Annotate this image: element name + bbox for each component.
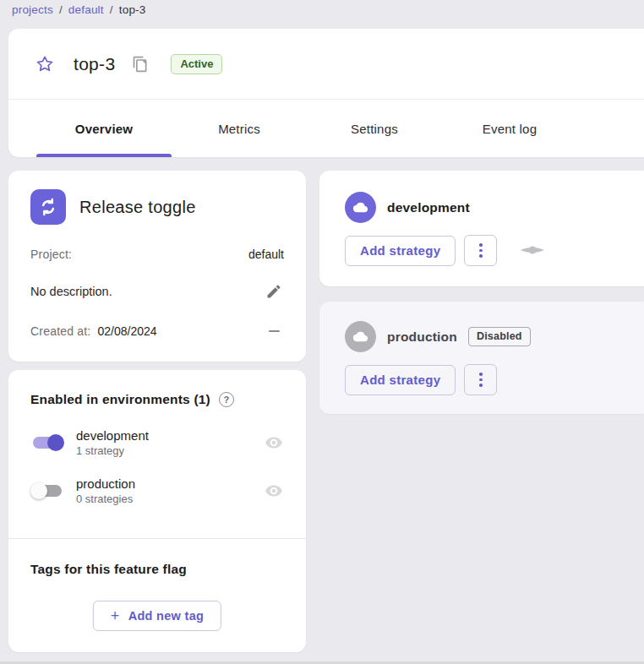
feature-tabs: Overview Metrics Settings Event log xyxy=(8,100,644,157)
environment-strategy-count: 0 strategies xyxy=(76,493,135,505)
environment-panel-name: production xyxy=(387,329,457,345)
kebab-menu-button[interactable] xyxy=(464,235,497,266)
created-value: 02/08/2024 xyxy=(97,324,156,338)
tab-overview[interactable]: Overview xyxy=(36,100,172,157)
created-label: Created at: xyxy=(30,324,90,338)
feature-title-row: top-3 Active xyxy=(8,29,644,99)
environment-name: development xyxy=(76,428,149,443)
project-value: default xyxy=(248,248,284,261)
development-toggle[interactable] xyxy=(30,433,64,453)
status-badge: Active xyxy=(171,54,222,74)
feature-header-card: top-3 Active Overview Metrics Settings E… xyxy=(8,29,644,157)
environment-row-development: development 1 strategy xyxy=(30,428,284,457)
visibility-eye-icon[interactable] xyxy=(264,481,284,501)
tags-title: Tags for this feature flag xyxy=(30,562,187,577)
strategy-connector-icon xyxy=(520,243,545,259)
production-toggle[interactable] xyxy=(30,481,64,501)
created-row: Created at: 02/08/2024 xyxy=(30,321,284,341)
environment-strategy-count: 1 strategy xyxy=(76,444,149,457)
copy-icon[interactable] xyxy=(132,56,149,73)
visibility-eye-icon[interactable] xyxy=(264,433,284,453)
add-strategy-button[interactable]: Add strategy xyxy=(345,365,456,395)
divider xyxy=(8,538,306,539)
description-row: No description. xyxy=(30,281,284,302)
kebab-menu-button[interactable] xyxy=(464,364,497,395)
release-toggle-icon xyxy=(30,189,66,225)
add-new-tag-button[interactable]: + Add new tag xyxy=(93,601,221,631)
environments-card: Enabled in environments (1) ? developmen… xyxy=(8,370,306,652)
development-environment-panel: development Add strategy xyxy=(319,171,644,286)
edit-description-icon[interactable] xyxy=(264,281,284,302)
environment-name: production xyxy=(76,476,135,491)
feature-type-title: Release toggle xyxy=(79,198,196,217)
project-row: Project: default xyxy=(30,248,284,261)
breadcrumb-projects-link[interactable]: projects xyxy=(12,3,53,16)
collapse-minus-icon[interactable] xyxy=(264,321,284,341)
breadcrumb-separator: / xyxy=(59,3,63,16)
disabled-badge: Disabled xyxy=(468,327,531,346)
feature-type-header: Release toggle xyxy=(30,189,284,225)
environment-row-production: production 0 strategies xyxy=(30,476,284,505)
cloud-icon xyxy=(345,321,376,352)
environments-title: Enabled in environments (1) xyxy=(30,392,210,407)
breadcrumb-separator: / xyxy=(110,3,113,16)
plus-icon: + xyxy=(111,610,120,622)
tab-settings[interactable]: Settings xyxy=(307,100,442,157)
feature-type-card: Release toggle Project: default No descr… xyxy=(8,171,306,362)
breadcrumb-default-link[interactable]: default xyxy=(68,3,104,16)
environment-panel-name: development xyxy=(387,200,470,215)
description-text: No description. xyxy=(30,285,112,298)
page-title: top-3 xyxy=(74,54,115,74)
favorite-star-icon[interactable] xyxy=(34,53,56,75)
help-icon[interactable]: ? xyxy=(219,392,234,407)
production-environment-panel: production Disabled Add strategy xyxy=(319,302,644,414)
add-new-tag-label: Add new tag xyxy=(128,609,205,623)
add-strategy-button[interactable]: Add strategy xyxy=(345,236,456,266)
project-label: Project: xyxy=(30,248,72,261)
tab-metrics[interactable]: Metrics xyxy=(172,100,307,157)
breadcrumb: projects / default / top-3 xyxy=(12,3,146,16)
cloud-icon xyxy=(345,192,376,223)
breadcrumb-current: top-3 xyxy=(119,3,146,16)
tab-event-log[interactable]: Event log xyxy=(442,100,577,157)
